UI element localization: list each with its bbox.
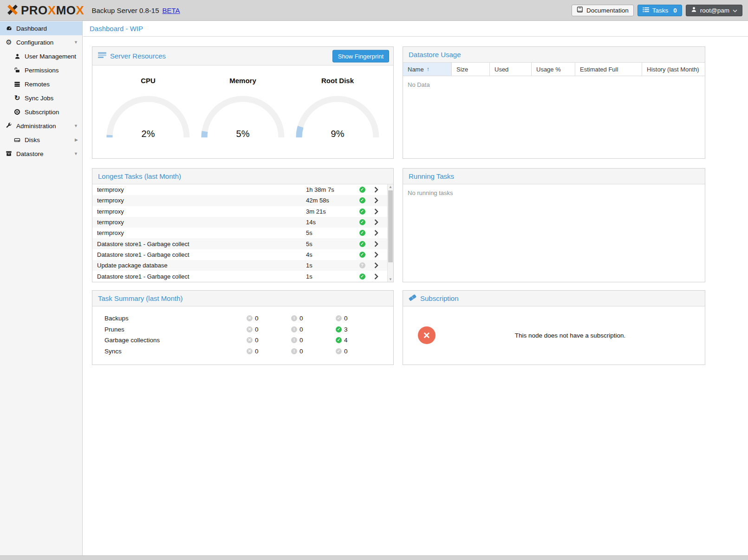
- running-tasks-panel: Running Tasks No running tasks: [403, 168, 705, 282]
- ok-status-icon: ✓: [359, 230, 365, 236]
- sidebar-item-remotes[interactable]: Remotes: [0, 77, 82, 91]
- expand-arrow-icon[interactable]: ▶: [75, 137, 78, 142]
- panel-title: Task Summary (last Month): [98, 294, 183, 302]
- ok-status-icon: ✓: [336, 315, 342, 321]
- sidebar-item-user-management[interactable]: User Management: [0, 49, 82, 63]
- beta-link[interactable]: BETA: [163, 7, 180, 14]
- task-row[interactable]: termproxy 14s ✓: [92, 217, 393, 228]
- user-menu-button[interactable]: root@pam: [686, 5, 742, 16]
- unlock-icon: [13, 67, 21, 73]
- task-summary-panel: Task Summary (last Month) Backups ✕0 !0 …: [92, 290, 394, 365]
- chevron-right-icon[interactable]: [370, 262, 383, 268]
- task-row[interactable]: termproxy 42m 58s ✓: [92, 195, 393, 206]
- error-status-icon: ✕: [247, 337, 253, 343]
- column-header-history[interactable]: History (last Month): [642, 63, 705, 76]
- chevron-down-icon: [733, 7, 737, 14]
- window-bottom-edge: [0, 555, 748, 560]
- memory-gauge: Memory 5%: [196, 65, 289, 158]
- sidebar-item-permissions[interactable]: Permissions: [0, 63, 82, 77]
- panel-title: Server Resources: [110, 52, 166, 60]
- sidebar-item-administration[interactable]: Administration ▼: [0, 119, 82, 133]
- collapse-arrow-icon[interactable]: ▼: [74, 124, 78, 128]
- scrollbar[interactable]: ▲ ▼: [387, 184, 393, 282]
- cpu-gauge-value: 2%: [105, 129, 191, 139]
- ok-status-icon: ✓: [359, 187, 365, 193]
- subscription-panel: Subscription ✕ This node does not have a…: [403, 290, 705, 365]
- documentation-button[interactable]: Documentation: [572, 5, 634, 16]
- warning-status-icon: !: [291, 326, 297, 332]
- chevron-right-icon[interactable]: [370, 197, 383, 203]
- warning-status-icon: !: [291, 337, 297, 343]
- root-disk-gauge-value: 9%: [294, 129, 381, 139]
- no-subscription-icon: ✕: [418, 326, 436, 344]
- column-header-usage-percent[interactable]: Usage %: [532, 63, 575, 76]
- chevron-right-icon[interactable]: [370, 187, 383, 193]
- collapse-arrow-icon[interactable]: ▼: [74, 151, 78, 156]
- gears-icon: ⚙: [5, 38, 13, 46]
- sidebar: Dashboard ⚙ Configuration ▼ User Managem…: [0, 21, 83, 555]
- task-row[interactable]: Datastore store1 - Garbage collect 5s ✓: [92, 238, 393, 249]
- task-row[interactable]: Update package database 1s ?: [92, 260, 393, 271]
- task-row[interactable]: termproxy 3m 21s ✓: [92, 206, 393, 217]
- column-header-used[interactable]: Used: [490, 63, 532, 76]
- task-row[interactable]: termproxy 5s ✓: [92, 228, 393, 238]
- scroll-down-icon[interactable]: ▼: [388, 277, 393, 281]
- scroll-up-icon[interactable]: ▲: [388, 185, 393, 189]
- list-icon: [643, 7, 649, 14]
- ok-status-icon: ✓: [359, 208, 365, 215]
- chevron-right-icon[interactable]: [370, 208, 383, 215]
- proxmox-x-icon: [6, 3, 20, 18]
- no-running-tasks-text: No running tasks: [403, 184, 705, 202]
- panel-title: Running Tasks: [409, 172, 454, 180]
- app-title: Backup Server 0.8-15: [91, 7, 159, 14]
- column-header-size[interactable]: Size: [452, 63, 490, 76]
- chevron-right-icon[interactable]: [370, 230, 383, 236]
- ok-status-icon: ✓: [359, 197, 365, 203]
- panel-title: Longest Tasks (last Month): [98, 172, 181, 180]
- warning-status-icon: !: [291, 348, 297, 354]
- task-row[interactable]: termproxy 1h 38m 7s ✓: [92, 184, 393, 195]
- chevron-right-icon[interactable]: [370, 219, 383, 225]
- chevron-right-icon[interactable]: [370, 241, 383, 247]
- no-data-text: No Data: [403, 76, 705, 93]
- panel-title: Datastore Usage: [409, 51, 461, 59]
- tasks-count-badge: 0: [673, 7, 677, 14]
- life-ring-icon: [13, 109, 21, 115]
- chevron-right-icon[interactable]: [370, 273, 383, 280]
- datastore-usage-panel: Datastore Usage Name ↑ Size Used Usage %…: [403, 46, 705, 159]
- sidebar-item-sync-jobs[interactable]: ↻ Sync Jobs: [0, 91, 82, 105]
- chevron-right-icon[interactable]: [370, 252, 383, 258]
- show-fingerprint-button[interactable]: Show Fingerprint: [332, 50, 389, 62]
- logo-text: PROXMOX: [21, 3, 84, 18]
- user-icon: [13, 53, 21, 59]
- sidebar-item-datastore[interactable]: Datastore ▼: [0, 147, 82, 161]
- summary-row: Garbage collections ✕0 !0 ✓4: [92, 335, 393, 346]
- hdd-icon: [13, 137, 21, 143]
- summary-row: Prunes ✕0 !0 ✓3: [92, 324, 393, 335]
- summary-row: Syncs ✕0 !0 ✓0: [92, 346, 393, 357]
- memory-gauge-value: 5%: [200, 129, 286, 139]
- page-title: Dashboard - WIP: [83, 21, 748, 37]
- column-header-estimated-full[interactable]: Estimated Full: [575, 63, 642, 76]
- sidebar-item-configuration[interactable]: ⚙ Configuration ▼: [0, 35, 82, 49]
- sync-icon: ↻: [13, 94, 21, 102]
- ok-status-icon: ✓: [359, 241, 365, 247]
- task-row[interactable]: Datastore store1 - Garbage collect 4s ✓: [92, 249, 393, 260]
- column-header-name[interactable]: Name ↑: [403, 63, 452, 76]
- ok-status-icon: ✓: [359, 273, 365, 280]
- collapse-arrow-icon[interactable]: ▼: [74, 40, 78, 45]
- sidebar-item-subscription[interactable]: Subscription: [0, 105, 82, 119]
- longest-tasks-panel: Longest Tasks (last Month) termproxy 1h …: [92, 168, 394, 282]
- ok-status-icon: ✓: [336, 348, 342, 354]
- scrollbar-thumb[interactable]: [388, 190, 393, 262]
- sidebar-item-disks[interactable]: Disks ▶: [0, 133, 82, 147]
- main-area: Dashboard - WIP Server Resources Show Fi…: [83, 21, 748, 555]
- task-row[interactable]: Datastore store1 - Garbage collect 1s ✓: [92, 271, 393, 281]
- sidebar-item-dashboard[interactable]: Dashboard: [0, 21, 82, 35]
- ok-status-icon: ✓: [336, 337, 342, 343]
- tasks-button[interactable]: Tasks 0: [637, 5, 682, 16]
- server-resources-panel: Server Resources Show Fingerprint CPU 2%: [92, 46, 394, 159]
- panel-title: Subscription: [420, 294, 459, 302]
- topbar: PROXMOX Backup Server 0.8-15 BETA Docume…: [0, 0, 748, 21]
- archive-icon: [5, 150, 13, 157]
